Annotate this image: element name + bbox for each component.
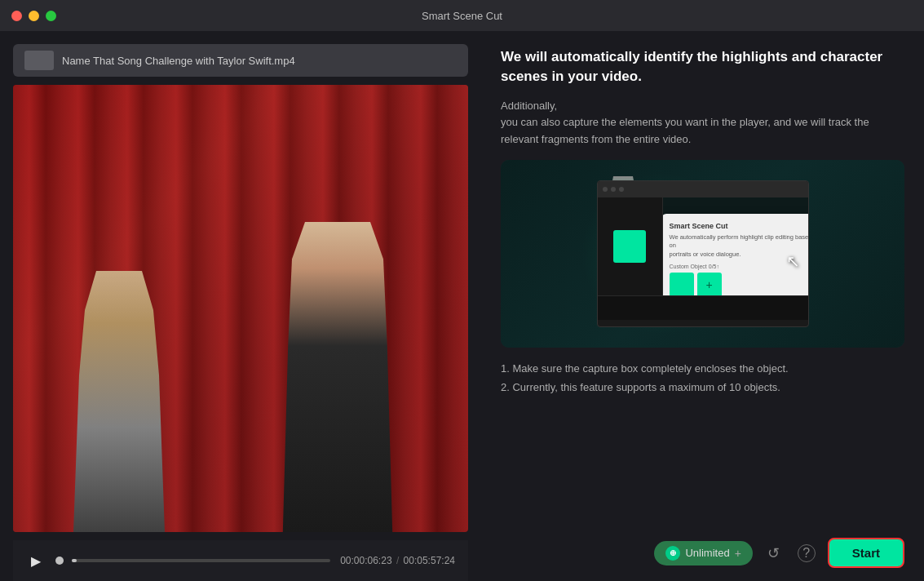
mini-dot-1 xyxy=(603,187,608,192)
window-title: Smart Scene Cut xyxy=(422,10,502,22)
minimize-button[interactable] xyxy=(29,11,39,21)
panel-heading: We will automatically identify the highl… xyxy=(501,47,904,86)
note-line-1: 1. Make sure the capture box completely … xyxy=(501,359,904,378)
mini-obj-2: + xyxy=(697,273,722,295)
badge-icon: ⊕ xyxy=(665,546,680,561)
refresh-button[interactable]: ↺ xyxy=(763,542,785,565)
mini-timeline xyxy=(598,295,808,320)
mini-editor-header xyxy=(598,181,808,197)
current-time: 00:00:06:23 xyxy=(340,555,391,566)
panel-subtext: Additionally, you can also capture the e… xyxy=(501,98,904,149)
close-button[interactable] xyxy=(11,11,22,21)
video-controls-bar: ▶ 00:00:06:23 / 00:05:57:24 xyxy=(13,540,468,581)
title-bar: Smart Scene Cut xyxy=(0,0,924,31)
action-bar: ⊕ Unlimited + ↺ ? Start xyxy=(501,531,904,568)
cursor-icon: ↖ xyxy=(786,251,800,271)
time-separator: / xyxy=(396,555,399,566)
progress-dot[interactable] xyxy=(55,557,64,565)
mini-dot-2 xyxy=(611,187,616,192)
mini-color-box xyxy=(613,230,646,263)
info-button[interactable]: ? xyxy=(795,542,818,565)
video-frame xyxy=(13,85,468,532)
file-bar: Name That Song Challenge with Taylor Swi… xyxy=(13,44,468,77)
start-button[interactable]: Start xyxy=(828,538,904,568)
left-panel: Name That Song Challenge with Taylor Swi… xyxy=(0,31,481,581)
mini-editor: Smart Scene Cut We automatically perform… xyxy=(597,180,809,327)
badge-plus: + xyxy=(735,547,741,560)
mini-obj-1 xyxy=(670,273,694,295)
mini-left-panel xyxy=(598,197,663,295)
mini-dialog-objects: + xyxy=(670,273,808,295)
subtext-intro: Additionally, xyxy=(501,98,904,115)
total-time: 00:05:57:24 xyxy=(404,555,455,566)
demo-area: Smart Scene Cut We automatically perform… xyxy=(501,160,904,348)
main-content: Name That Song Challenge with Taylor Swi… xyxy=(0,31,924,581)
play-button[interactable]: ▶ xyxy=(26,551,46,570)
mini-main: Smart Scene Cut We automatically perform… xyxy=(663,197,808,295)
right-panel: We will automatically identify the highl… xyxy=(481,31,924,581)
filename-label: Name That Song Challenge with Taylor Swi… xyxy=(62,55,295,67)
unlimited-badge: ⊕ Unlimited + xyxy=(654,541,752,565)
mini-viewport: Smart Scene Cut We automatically perform… xyxy=(598,197,808,295)
mini-dialog-title: Smart Scene Cut xyxy=(670,222,808,230)
subtext-body: you can also capture the elements you wa… xyxy=(501,114,904,149)
file-icon xyxy=(24,51,54,70)
time-display: 00:00:06:23 / 00:05:57:24 xyxy=(340,555,455,566)
progress-fill xyxy=(72,559,77,562)
demo-inner: Smart Scene Cut We automatically perform… xyxy=(501,160,904,348)
window-controls xyxy=(11,11,56,21)
note-line-2: 2. Currently, this feature supports a ma… xyxy=(501,378,904,397)
person-right-figure xyxy=(272,222,403,532)
video-container xyxy=(13,85,468,532)
mini-dot-3 xyxy=(619,187,624,192)
progress-bar[interactable] xyxy=(72,559,330,562)
unlimited-label: Unlimited xyxy=(685,547,729,559)
maximize-button[interactable] xyxy=(46,11,56,21)
notes-list: 1. Make sure the capture box completely … xyxy=(501,359,904,397)
progress-container xyxy=(55,557,330,565)
